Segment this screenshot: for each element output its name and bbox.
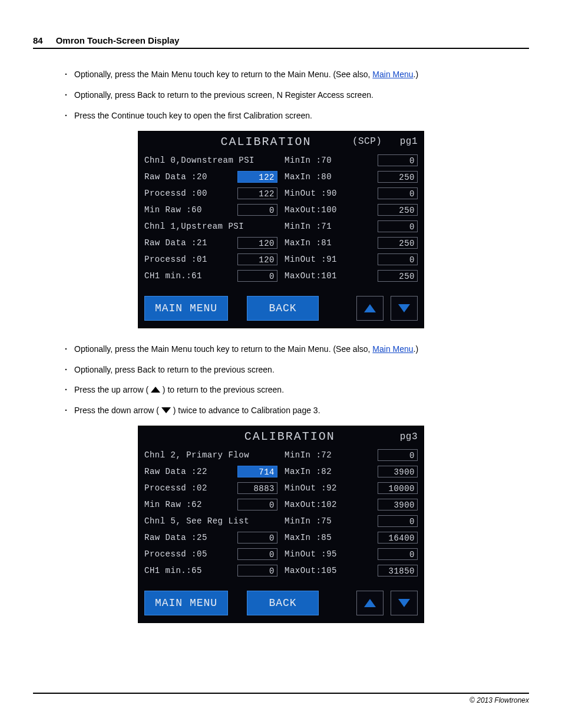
up-arrow-icon <box>364 304 376 312</box>
data-row: MinIn :720 <box>285 447 418 463</box>
data-row: CH1 min.:650 <box>144 562 277 579</box>
data-row: MinOut :9210000 <box>285 480 418 496</box>
field-value[interactable]: 0 <box>237 499 277 510</box>
link-main-menu[interactable]: Main Menu <box>372 344 413 354</box>
field-label: Raw Data :21 <box>144 238 207 248</box>
field-label: Processd :02 <box>144 483 207 493</box>
data-row: Min Raw :620 <box>144 496 277 513</box>
field-label: MaxIn :81 <box>285 238 332 248</box>
screen-page-indicator: (SCP) pg1 <box>352 136 418 147</box>
data-row: Processd :00122 <box>144 185 277 202</box>
up-arrow-icon <box>151 387 160 393</box>
bullet-text: ) to return to the previous screen. <box>160 385 284 394</box>
down-arrow-icon <box>398 599 410 607</box>
field-label: Raw Data :22 <box>144 467 207 476</box>
page-number: 84 <box>33 35 43 45</box>
page-down-button[interactable] <box>391 591 418 615</box>
data-row: Raw Data :22714 <box>144 463 277 480</box>
data-row: Chnl 2, Primary Flow <box>144 447 277 463</box>
data-row: Raw Data :20122 <box>144 169 277 185</box>
back-button[interactable]: BACK <box>247 296 319 321</box>
bullet-text: Optionally, press the Main Menu touch ke… <box>74 70 372 79</box>
field-label: Chnl 1,Upstream PSI <box>144 222 244 231</box>
bullet-list-top: Optionally, press the Main Menu touch ke… <box>33 69 529 121</box>
main-menu-button[interactable]: MAIN MENU <box>144 296 228 321</box>
field-label: MaxIn :82 <box>285 467 332 476</box>
field-value[interactable]: 250 <box>378 171 418 183</box>
field-value[interactable]: 0 <box>237 204 277 216</box>
footer-copyright: © 2013 Flowtronex <box>33 693 529 704</box>
data-row: MinIn :700 <box>285 152 418 169</box>
back-button[interactable]: BACK <box>247 591 319 615</box>
field-value[interactable]: 0 <box>237 532 277 543</box>
field-value[interactable]: 0 <box>378 187 418 199</box>
field-label: CH1 min.:61 <box>144 271 202 281</box>
field-value[interactable]: 0 <box>378 515 418 527</box>
field-value[interactable]: 0 <box>237 270 277 282</box>
down-arrow-icon <box>161 407 171 413</box>
field-value[interactable]: 120 <box>237 253 277 265</box>
section-title: Omron Touch-Screen Display <box>56 35 180 45</box>
bullet-item: Press the down arrow ( ) twice to advanc… <box>74 405 529 416</box>
field-value[interactable]: 0 <box>378 548 418 560</box>
field-value[interactable]: 0 <box>378 449 418 461</box>
main-menu-button[interactable]: MAIN MENU <box>144 591 228 615</box>
field-value[interactable]: 8883 <box>237 482 277 494</box>
bullet-text: Optionally, press Back to return to the … <box>74 90 373 100</box>
data-row: MinIn :750 <box>285 513 418 529</box>
field-label: MaxOut:102 <box>285 500 337 509</box>
field-label: Chnl 5, See Reg List <box>144 516 249 526</box>
data-row: MaxIn :80250 <box>285 169 418 185</box>
data-row: Processd :050 <box>144 546 277 562</box>
data-row: Raw Data :21120 <box>144 235 277 251</box>
field-label: Min Raw :62 <box>144 500 202 509</box>
calibration-screen-pg3: CALIBRATIONpg3Chnl 2, Primary FlowRaw Da… <box>138 426 424 623</box>
field-label: CH1 min.:65 <box>144 566 202 575</box>
field-value[interactable]: 0 <box>378 220 418 232</box>
field-value[interactable]: 31850 <box>378 565 418 577</box>
field-value[interactable]: 3900 <box>378 466 418 477</box>
field-label: MinOut :90 <box>285 189 337 198</box>
field-value[interactable]: 0 <box>237 565 277 577</box>
field-value[interactable]: 0 <box>378 154 418 166</box>
field-value[interactable]: 16400 <box>378 532 418 543</box>
field-label: Processd :05 <box>144 549 207 559</box>
field-value[interactable]: 250 <box>378 204 418 216</box>
bullet-item: Press the Continue touch key to open the… <box>74 110 529 121</box>
field-value[interactable]: 250 <box>378 270 418 282</box>
up-arrow-icon <box>364 599 376 607</box>
page-down-button[interactable] <box>391 296 418 321</box>
field-value[interactable]: 3900 <box>378 499 418 510</box>
bullet-text: Press the Continue touch key to open the… <box>74 111 312 120</box>
data-row: Processd :028883 <box>144 480 277 496</box>
page-up-button[interactable] <box>356 296 384 321</box>
link-main-menu[interactable]: Main Menu <box>372 70 413 79</box>
field-label: Processd :00 <box>144 189 207 198</box>
data-row: Chnl 0,Downstream PSI <box>144 152 277 169</box>
field-label: MinOut :92 <box>285 483 337 493</box>
bullet-item: Optionally, press Back to return to the … <box>74 90 529 101</box>
field-value[interactable]: 250 <box>378 237 418 249</box>
bullet-item: Press the up arrow ( ) to return to the … <box>74 384 529 396</box>
field-value[interactable]: 122 <box>237 187 277 199</box>
field-value[interactable]: 10000 <box>378 482 418 494</box>
screen-page-indicator: pg3 <box>400 431 418 442</box>
bullet-item: Optionally, press the Main Menu touch ke… <box>74 69 529 80</box>
field-label: Processd :01 <box>144 255 207 264</box>
field-value[interactable]: 714 <box>237 466 277 477</box>
bullet-text: Press the down arrow ( <box>74 406 161 415</box>
calibration-screen-pg1: CALIBRATION(SCP) pg1Chnl 0,Downstream PS… <box>138 131 424 328</box>
bullet-text: Optionally, press the Main Menu touch ke… <box>74 344 372 354</box>
data-row: MinOut :910 <box>285 251 418 268</box>
field-value[interactable]: 122 <box>237 171 277 183</box>
field-label: MinOut :91 <box>285 255 337 264</box>
bullet-item: Optionally, press Back to return to the … <box>74 364 529 375</box>
page-up-button[interactable] <box>356 591 384 615</box>
field-label: MaxIn :85 <box>285 533 332 542</box>
field-value[interactable]: 0 <box>237 548 277 560</box>
bullet-text: .) <box>414 344 419 354</box>
data-row: Min Raw :600 <box>144 202 277 218</box>
data-row: Raw Data :250 <box>144 529 277 546</box>
field-value[interactable]: 0 <box>378 253 418 265</box>
field-value[interactable]: 120 <box>237 237 277 249</box>
